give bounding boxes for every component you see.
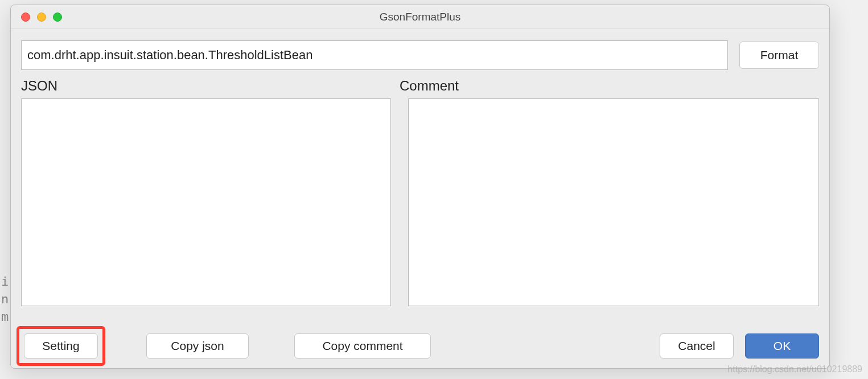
copy-comment-button[interactable]: Copy comment bbox=[294, 333, 431, 359]
bottom-left-buttons: Setting Copy json Copy comment bbox=[21, 331, 431, 361]
dialog-content: Format JSON Comment Setting Copy json Co… bbox=[11, 29, 829, 368]
copy-json-button[interactable]: Copy json bbox=[146, 333, 249, 359]
json-textarea[interactable] bbox=[21, 98, 391, 306]
setting-highlight-box: Setting bbox=[17, 326, 105, 366]
titlebar: GsonFormatPlus bbox=[11, 5, 829, 29]
bottom-row: Setting Copy json Copy comment Cancel OK bbox=[21, 328, 819, 361]
textareas-row bbox=[21, 98, 819, 319]
setting-button[interactable]: Setting bbox=[24, 333, 98, 359]
close-icon[interactable] bbox=[21, 13, 30, 22]
window-controls bbox=[11, 13, 62, 22]
background-editor-text: i n m bbox=[1, 273, 9, 326]
gsonformat-dialog: GsonFormatPlus Format JSON Comment Setti… bbox=[10, 5, 830, 369]
ok-button[interactable]: OK bbox=[745, 333, 819, 359]
comment-label: Comment bbox=[400, 78, 459, 94]
format-button[interactable]: Format bbox=[739, 42, 819, 69]
json-label: JSON bbox=[21, 78, 400, 94]
window-title: GsonFormatPlus bbox=[11, 11, 829, 23]
labels-row: JSON Comment bbox=[21, 78, 819, 94]
minimize-icon[interactable] bbox=[37, 13, 46, 22]
class-name-input[interactable] bbox=[21, 40, 728, 70]
maximize-icon[interactable] bbox=[53, 13, 62, 22]
comment-textarea[interactable] bbox=[408, 98, 819, 306]
cancel-button[interactable]: Cancel bbox=[660, 333, 734, 359]
top-row: Format bbox=[21, 40, 819, 70]
